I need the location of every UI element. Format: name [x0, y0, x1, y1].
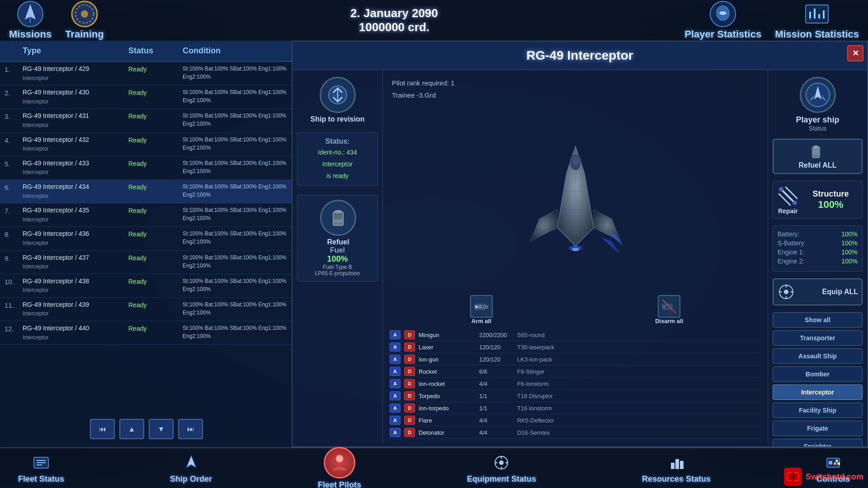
ship-image-area [383, 108, 768, 293]
svg-marker-22 [530, 210, 557, 241]
nav-last-button[interactable]: ⏭ [178, 419, 203, 439]
subtype-text: Interceptor [302, 160, 373, 169]
ship-order-icon [181, 452, 201, 473]
col-header-status: Status [128, 46, 183, 56]
svg-rect-47 [813, 148, 819, 155]
fleet-row[interactable]: 10. RG-49 Interceptor / 438Interceptor R… [0, 274, 293, 298]
svg-rect-20 [334, 219, 342, 223]
show-all-filter-button[interactable]: Show all [773, 312, 863, 328]
weapon-deactivate-button[interactable]: D [404, 343, 415, 352]
weapon-activate-button[interactable]: A [390, 428, 401, 437]
weapon-deactivate-button[interactable]: D [404, 391, 415, 400]
arm-icon [470, 295, 493, 318]
svg-point-5 [81, 10, 88, 18]
fleet-row[interactable]: 6. RG-49 Interceptor / 434Interceptor Re… [0, 180, 293, 203]
switchntd-brand: Switchntd.com [784, 468, 863, 486]
missions-button[interactable]: Missions [9, 0, 52, 40]
interceptor-filter-button[interactable]: Interceptor [773, 385, 863, 400]
refuel-icon [320, 200, 356, 236]
weapon-activate-button[interactable]: A [390, 343, 401, 352]
repair-all-button[interactable]: Repair [777, 185, 799, 215]
bomber-filter-button[interactable]: Bomber [773, 366, 863, 382]
fleet-row[interactable]: 9. RG-49 Interceptor / 437Interceptor Re… [0, 251, 293, 274]
transporter-filter-button[interactable]: Transporter [773, 330, 863, 346]
fleet-row[interactable]: 1. RG-49 Interceptor / 429Interceptor Re… [0, 62, 293, 85]
fleet-row[interactable]: 11. RG-49 Interceptor / 439Interceptor R… [0, 298, 293, 321]
equipment-status-button[interactable]: Equipment Status [467, 452, 536, 484]
fleet-row[interactable]: 2. RG-49 Interceptor / 430Interceptor Re… [0, 85, 293, 109]
refuel-all-button[interactable]: Refuel ALL [773, 139, 863, 174]
player-statistics-button[interactable]: Player Statistics [684, 0, 761, 40]
date-display: 2. January 2090 1000000 crd. [350, 6, 438, 34]
weapon-deactivate-button[interactable]: D [404, 355, 415, 364]
frigate-filter-button[interactable]: Frigate [773, 421, 863, 436]
col-header-type: Type [23, 46, 128, 56]
fleet-row[interactable]: 12. RG-49 Interceptor / 440Interceptor R… [0, 321, 293, 345]
weapon-deactivate-button[interactable]: D [404, 330, 415, 339]
fleet-row[interactable]: 4. RG-49 Interceptor / 432Interceptor Re… [0, 133, 293, 156]
fleet-status-icon [31, 452, 52, 473]
mission-statistics-button[interactable]: Mission Statistics [775, 0, 859, 40]
weapon-activate-button[interactable]: A [390, 391, 401, 400]
close-button[interactable]: ✕ [847, 45, 863, 61]
ship-order-button[interactable]: Ship Order [170, 452, 212, 484]
weapon-row: A D Detonator 4/4 D16-Semtex [390, 427, 761, 439]
svg-point-64 [336, 455, 343, 462]
resources-status-button[interactable]: Resources Status [642, 452, 711, 484]
weapon-deactivate-button[interactable]: D [404, 379, 415, 388]
player-ship-icon [800, 77, 836, 113]
weapons-section: A D Minigun 2200/2200 S65-round A D Lase… [383, 327, 768, 443]
fleet-status-button[interactable]: Fleet Status [18, 452, 64, 484]
weapon-activate-button[interactable]: A [390, 379, 401, 388]
nav-prev-button[interactable]: ▲ [119, 419, 144, 439]
arm-all-button[interactable]: Arm all [390, 295, 573, 324]
weapon-row: A D Minigun 2200/2200 S65-round [390, 329, 761, 341]
weapon-row: A D Flare 4/4 RK5-Deflector [390, 414, 761, 427]
weapon-activate-button[interactable]: A [390, 355, 401, 364]
disarm-all-button[interactable]: Disarm all [578, 295, 761, 324]
fleet-row[interactable]: 5. RG-49 Interceptor / 433Interceptor Re… [0, 156, 293, 180]
fleet-row[interactable]: 7. RG-49 Interceptor / 435Interceptor Re… [0, 203, 293, 227]
repair-structure-row: Repair Structure 100% [773, 181, 863, 219]
weapon-deactivate-button[interactable]: D [404, 416, 415, 425]
assault-ship-filter-button[interactable]: Assault Ship [773, 348, 863, 364]
facility-ship-filter-button[interactable]: Facility Ship [773, 403, 863, 418]
fleet-row[interactable]: 3. RG-49 Interceptor / 431Interceptor Re… [0, 109, 293, 132]
nav-first-button[interactable]: ⏮ [90, 419, 115, 439]
ship-to-revision-button[interactable]: Ship to revision [302, 77, 374, 123]
weapon-deactivate-button[interactable]: D [404, 428, 415, 437]
svg-rect-71 [671, 463, 675, 469]
weapon-deactivate-button[interactable]: D [404, 367, 415, 376]
nav-next-button[interactable]: ▼ [149, 419, 174, 439]
weapon-row: A D Rocket 6/6 F6-Stinger [390, 366, 761, 378]
weapon-activate-button[interactable]: A [390, 416, 401, 425]
resources-status-icon [666, 452, 687, 473]
weapon-row: A D Laser 120/120 T30-laserpack [390, 341, 761, 353]
arm-disarm-section: Arm all Disarm all [383, 293, 768, 327]
refuel-button[interactable]: Refuel [302, 200, 374, 246]
fleet-panel: Type Status Condition 1. RG-49 Intercept… [0, 41, 294, 447]
svg-point-51 [779, 187, 783, 192]
ship-status-box: Status: Ident-no.: 434 Interceptor is re… [297, 132, 378, 186]
detail-right-column: Player ship Status Refuel ALL [768, 70, 867, 443]
svg-rect-72 [675, 459, 679, 469]
weapon-deactivate-button[interactable]: D [404, 404, 415, 413]
weapon-activate-button[interactable]: A [390, 330, 401, 339]
equip-all-button[interactable]: Equip ALL [773, 278, 863, 305]
player-ship-button[interactable]: Player ship Status [773, 77, 863, 132]
svg-point-76 [830, 462, 831, 464]
svg-point-78 [834, 462, 836, 465]
fleet-row[interactable]: 8. RG-49 Interceptor / 436Interceptor Re… [0, 227, 293, 250]
svg-rect-73 [680, 461, 684, 469]
weapon-activate-button[interactable]: A [390, 404, 401, 413]
detail-panel: ✕ RG-49 Interceptor Ship to revision Sta [292, 41, 868, 447]
fleet-pilots-icon [324, 447, 355, 479]
training-button[interactable]: Training [65, 0, 104, 40]
weapon-activate-button[interactable]: A [390, 367, 401, 376]
weapon-row: A D Ion-rocket 4/4 F6-Ionstorm [390, 378, 761, 390]
svg-point-52 [793, 201, 797, 205]
svg-point-66 [499, 460, 504, 465]
detail-left-column: Ship to revision Status: Ident-no.: 434 … [292, 70, 383, 443]
freighter-filter-button[interactable]: Freighter [773, 439, 863, 447]
fleet-pilots-button[interactable]: Fleet Pilots [318, 447, 361, 488]
